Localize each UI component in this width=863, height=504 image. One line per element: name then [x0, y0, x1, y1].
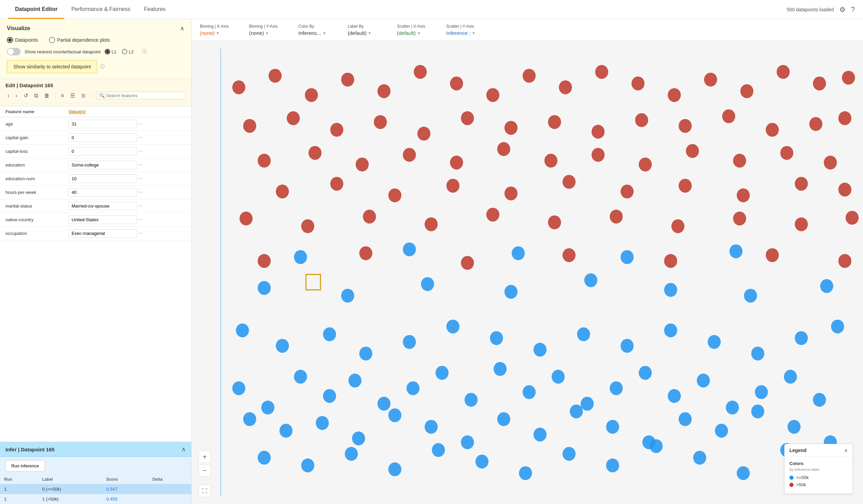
svg-point-74 [664, 283, 677, 297]
radio-datapoints[interactable]: Datapoints [7, 37, 38, 43]
legend-colors-subtitle: by Inference label [789, 467, 848, 471]
toggle-row: Show nearest counterfactual datapoint L1… [7, 48, 185, 55]
scatter-y-select[interactable]: Inference : ▾ [446, 30, 487, 36]
svg-point-127 [780, 146, 793, 160]
align-right-btn[interactable]: ≣ [79, 91, 88, 100]
feature-value-cell: ··· [63, 227, 191, 241]
radio-datapoints-circle [7, 37, 13, 43]
zoom-in-btn[interactable]: + [199, 451, 211, 463]
binning-y-select[interactable]: (none) ▾ [249, 30, 290, 36]
svg-point-102 [287, 111, 300, 125]
svg-point-103 [330, 123, 343, 137]
similarity-info-icon[interactable]: ⓘ [100, 64, 105, 70]
infer-col-delta: Delta [149, 475, 191, 484]
svg-point-14 [581, 397, 594, 411]
svg-point-64 [664, 323, 677, 337]
radio-l1[interactable]: L1 [105, 49, 116, 54]
datapoints-loaded-label: 500 datapoints loaded [787, 7, 834, 12]
svg-point-147 [671, 219, 684, 233]
l-info-icon[interactable]: ⓘ [142, 49, 147, 55]
feature-value-input[interactable] [68, 161, 137, 169]
svg-point-122 [545, 154, 558, 168]
feature-value-input[interactable] [68, 202, 137, 210]
feature-value-input[interactable] [68, 229, 137, 238]
settings-icon[interactable]: ⚙ [839, 5, 846, 14]
feature-value-cell: ··· [63, 199, 191, 213]
radio-partial-dependence[interactable]: Partial dependence plots [49, 37, 110, 43]
svg-point-29 [461, 435, 474, 449]
feature-value-input[interactable] [68, 175, 137, 183]
feature-more-btn[interactable]: ··· [138, 189, 143, 195]
svg-point-26 [352, 431, 365, 445]
color-by-select[interactable]: Inferenc... ▾ [298, 30, 339, 36]
svg-point-130 [330, 177, 343, 191]
svg-point-56 [323, 327, 336, 341]
history-btn[interactable]: ↺ [22, 91, 30, 100]
infer-title: Infer | Datapoint 165 [5, 447, 54, 452]
visualize-collapse-btn[interactable]: ∧ [180, 25, 185, 32]
feature-more-btn[interactable]: ··· [138, 203, 143, 209]
label-by-select[interactable]: (default) ▾ [348, 30, 389, 36]
feature-more-btn[interactable]: ··· [138, 217, 143, 223]
binning-x-arrow: ▾ [216, 31, 218, 36]
svg-point-21 [784, 370, 797, 384]
feature-value-input[interactable] [68, 188, 137, 197]
legend-collapse-btn[interactable]: ∧ [844, 448, 848, 453]
svg-point-2 [232, 381, 245, 395]
legend-dot-red [789, 483, 793, 487]
binning-x-select[interactable]: (none) ▾ [200, 30, 241, 36]
delete-btn[interactable]: 🗑 [42, 91, 52, 100]
svg-point-115 [838, 111, 851, 125]
feature-value-input[interactable] [68, 147, 137, 156]
toggle-knob [8, 49, 14, 55]
align-center-btn[interactable]: ☰ [68, 91, 77, 100]
feature-more-btn[interactable]: ··· [138, 148, 143, 154]
feature-name-cell: marital-status [0, 199, 63, 213]
copy-btn[interactable]: ⧉ [32, 91, 40, 100]
feature-table-container: Feature name Value(s) age ··· capital-ga… [0, 106, 191, 442]
top-nav: Datapoint Editor Performance & Fairness … [0, 0, 863, 19]
svg-point-7 [377, 397, 390, 411]
toolbar-separator-2 [91, 92, 91, 99]
table-row: capital-gain ··· [0, 131, 191, 145]
help-icon[interactable]: ? [851, 5, 855, 13]
table-row: hours-per-week ··· [0, 186, 191, 199]
svg-point-81 [729, 245, 742, 258]
feature-more-btn[interactable]: ··· [138, 162, 143, 168]
counterfactual-toggle[interactable] [7, 48, 21, 55]
feature-more-btn[interactable]: ··· [138, 121, 143, 127]
infer-collapse-btn[interactable]: ∧ [182, 445, 186, 453]
scatter-x-select[interactable]: (default) ▾ [397, 30, 438, 36]
feature-more-btn[interactable]: ··· [138, 176, 143, 182]
svg-point-6 [348, 374, 361, 388]
svg-point-137 [737, 189, 750, 203]
svg-point-139 [838, 183, 851, 197]
color-by-arrow: ▾ [323, 31, 325, 36]
scatter-y-arrow: ▾ [473, 31, 475, 36]
tab-performance-fairness[interactable]: Performance & Fairness [64, 1, 137, 19]
feature-more-btn[interactable]: ··· [138, 230, 143, 236]
fullscreen-btn[interactable]: ⛶ [199, 485, 211, 497]
feature-value-input[interactable] [68, 120, 137, 128]
prev-btn[interactable]: ‹ [5, 91, 11, 100]
feature-value-input[interactable] [68, 133, 137, 142]
next-btn[interactable]: › [13, 91, 19, 100]
feature-more-btn[interactable]: ··· [138, 134, 143, 141]
radio-l2[interactable]: L2 [122, 49, 134, 54]
zoom-out-btn[interactable]: − [199, 464, 211, 477]
run-inference-btn[interactable]: Run inference [5, 460, 45, 471]
tab-features[interactable]: Features [137, 1, 173, 19]
svg-point-78 [403, 243, 416, 256]
feature-value-cell: ··· [63, 186, 191, 199]
similarity-btn[interactable]: Show similarity to selected datapoint [7, 60, 97, 73]
tab-datapoint-editor[interactable]: Datapoint Editor [8, 1, 64, 19]
scatter-plot-svg [192, 41, 863, 504]
left-panel: Visualize ∧ Datapoints Partial dependenc… [0, 19, 192, 504]
svg-point-89 [450, 77, 463, 91]
align-left-btn[interactable]: ≡ [59, 91, 66, 100]
feature-value-input[interactable] [68, 216, 137, 224]
search-input[interactable] [106, 93, 183, 98]
svg-point-4 [294, 370, 307, 384]
scatter-area[interactable]: 0.994 0.000502 [192, 41, 863, 504]
svg-point-76 [820, 279, 833, 293]
